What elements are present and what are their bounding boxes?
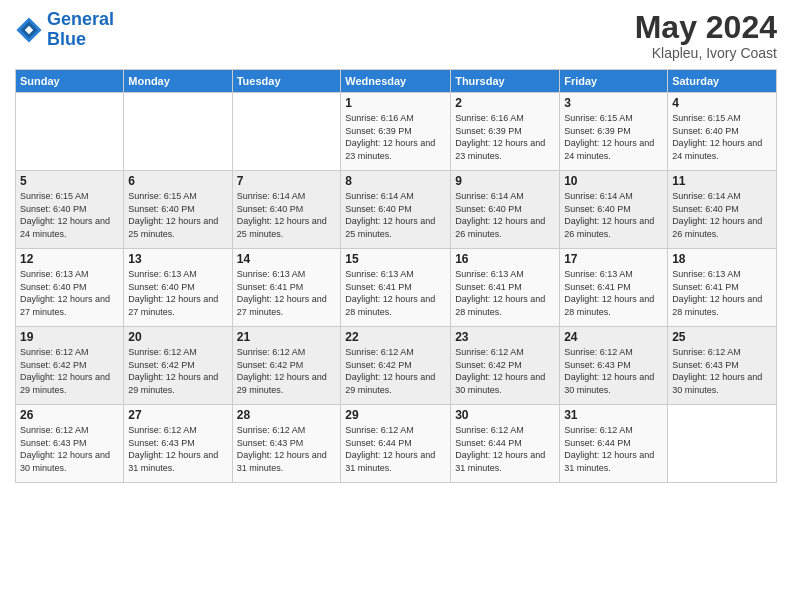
day-info: Sunrise: 6:15 AMSunset: 6:40 PMDaylight:… <box>128 190 227 240</box>
day-number: 15 <box>345 252 446 266</box>
day-cell: 13 Sunrise: 6:13 AMSunset: 6:40 PMDaylig… <box>124 249 232 327</box>
calendar-table: Sunday Monday Tuesday Wednesday Thursday… <box>15 69 777 483</box>
day-number: 23 <box>455 330 555 344</box>
day-number: 3 <box>564 96 663 110</box>
day-cell: 20 Sunrise: 6:12 AMSunset: 6:42 PMDaylig… <box>124 327 232 405</box>
day-number: 25 <box>672 330 772 344</box>
day-cell: 31 Sunrise: 6:12 AMSunset: 6:44 PMDaylig… <box>560 405 668 483</box>
day-cell: 9 Sunrise: 6:14 AMSunset: 6:40 PMDayligh… <box>451 171 560 249</box>
day-cell: 23 Sunrise: 6:12 AMSunset: 6:42 PMDaylig… <box>451 327 560 405</box>
day-cell: 15 Sunrise: 6:13 AMSunset: 6:41 PMDaylig… <box>341 249 451 327</box>
col-sunday: Sunday <box>16 70 124 93</box>
day-cell: 27 Sunrise: 6:12 AMSunset: 6:43 PMDaylig… <box>124 405 232 483</box>
day-cell: 19 Sunrise: 6:12 AMSunset: 6:42 PMDaylig… <box>16 327 124 405</box>
day-number: 5 <box>20 174 119 188</box>
day-number: 10 <box>564 174 663 188</box>
day-info: Sunrise: 6:12 AMSunset: 6:42 PMDaylight:… <box>20 346 119 396</box>
logo-line2: Blue <box>47 29 86 49</box>
day-number: 18 <box>672 252 772 266</box>
day-cell: 22 Sunrise: 6:12 AMSunset: 6:42 PMDaylig… <box>341 327 451 405</box>
day-info: Sunrise: 6:14 AMSunset: 6:40 PMDaylight:… <box>345 190 446 240</box>
day-cell: 30 Sunrise: 6:12 AMSunset: 6:44 PMDaylig… <box>451 405 560 483</box>
day-number: 17 <box>564 252 663 266</box>
logo-icon <box>15 16 43 44</box>
day-info: Sunrise: 6:15 AMSunset: 6:40 PMDaylight:… <box>20 190 119 240</box>
week-row-5: 26 Sunrise: 6:12 AMSunset: 6:43 PMDaylig… <box>16 405 777 483</box>
day-number: 30 <box>455 408 555 422</box>
subtitle: Klapleu, Ivory Coast <box>635 45 777 61</box>
day-info: Sunrise: 6:13 AMSunset: 6:41 PMDaylight:… <box>564 268 663 318</box>
day-cell: 1 Sunrise: 6:16 AMSunset: 6:39 PMDayligh… <box>341 93 451 171</box>
day-info: Sunrise: 6:16 AMSunset: 6:39 PMDaylight:… <box>345 112 446 162</box>
day-cell: 14 Sunrise: 6:13 AMSunset: 6:41 PMDaylig… <box>232 249 341 327</box>
day-cell: 8 Sunrise: 6:14 AMSunset: 6:40 PMDayligh… <box>341 171 451 249</box>
logo: General Blue <box>15 10 114 50</box>
day-cell: 24 Sunrise: 6:12 AMSunset: 6:43 PMDaylig… <box>560 327 668 405</box>
day-number: 9 <box>455 174 555 188</box>
day-number: 14 <box>237 252 337 266</box>
day-number: 28 <box>237 408 337 422</box>
day-cell: 29 Sunrise: 6:12 AMSunset: 6:44 PMDaylig… <box>341 405 451 483</box>
day-number: 22 <box>345 330 446 344</box>
day-number: 6 <box>128 174 227 188</box>
day-cell: 16 Sunrise: 6:13 AMSunset: 6:41 PMDaylig… <box>451 249 560 327</box>
col-monday: Monday <box>124 70 232 93</box>
day-cell: 18 Sunrise: 6:13 AMSunset: 6:41 PMDaylig… <box>668 249 777 327</box>
col-thursday: Thursday <box>451 70 560 93</box>
week-row-3: 12 Sunrise: 6:13 AMSunset: 6:40 PMDaylig… <box>16 249 777 327</box>
week-row-2: 5 Sunrise: 6:15 AMSunset: 6:40 PMDayligh… <box>16 171 777 249</box>
day-cell: 21 Sunrise: 6:12 AMSunset: 6:42 PMDaylig… <box>232 327 341 405</box>
day-cell <box>124 93 232 171</box>
day-cell: 6 Sunrise: 6:15 AMSunset: 6:40 PMDayligh… <box>124 171 232 249</box>
header-row: Sunday Monday Tuesday Wednesday Thursday… <box>16 70 777 93</box>
day-info: Sunrise: 6:12 AMSunset: 6:43 PMDaylight:… <box>564 346 663 396</box>
day-info: Sunrise: 6:13 AMSunset: 6:41 PMDaylight:… <box>345 268 446 318</box>
day-cell: 3 Sunrise: 6:15 AMSunset: 6:39 PMDayligh… <box>560 93 668 171</box>
day-number: 31 <box>564 408 663 422</box>
col-saturday: Saturday <box>668 70 777 93</box>
day-cell: 7 Sunrise: 6:14 AMSunset: 6:40 PMDayligh… <box>232 171 341 249</box>
week-row-1: 1 Sunrise: 6:16 AMSunset: 6:39 PMDayligh… <box>16 93 777 171</box>
day-number: 4 <box>672 96 772 110</box>
day-info: Sunrise: 6:12 AMSunset: 6:43 PMDaylight:… <box>237 424 337 474</box>
day-info: Sunrise: 6:13 AMSunset: 6:40 PMDaylight:… <box>20 268 119 318</box>
day-info: Sunrise: 6:14 AMSunset: 6:40 PMDaylight:… <box>672 190 772 240</box>
day-info: Sunrise: 6:12 AMSunset: 6:44 PMDaylight:… <box>564 424 663 474</box>
day-cell: 10 Sunrise: 6:14 AMSunset: 6:40 PMDaylig… <box>560 171 668 249</box>
day-cell: 25 Sunrise: 6:12 AMSunset: 6:43 PMDaylig… <box>668 327 777 405</box>
day-info: Sunrise: 6:14 AMSunset: 6:40 PMDaylight:… <box>564 190 663 240</box>
day-cell: 5 Sunrise: 6:15 AMSunset: 6:40 PMDayligh… <box>16 171 124 249</box>
day-cell: 26 Sunrise: 6:12 AMSunset: 6:43 PMDaylig… <box>16 405 124 483</box>
day-cell: 4 Sunrise: 6:15 AMSunset: 6:40 PMDayligh… <box>668 93 777 171</box>
calendar-body: 1 Sunrise: 6:16 AMSunset: 6:39 PMDayligh… <box>16 93 777 483</box>
col-tuesday: Tuesday <box>232 70 341 93</box>
day-cell: 2 Sunrise: 6:16 AMSunset: 6:39 PMDayligh… <box>451 93 560 171</box>
day-cell <box>668 405 777 483</box>
day-number: 24 <box>564 330 663 344</box>
day-number: 21 <box>237 330 337 344</box>
day-info: Sunrise: 6:12 AMSunset: 6:43 PMDaylight:… <box>128 424 227 474</box>
title-block: May 2024 Klapleu, Ivory Coast <box>635 10 777 61</box>
day-info: Sunrise: 6:14 AMSunset: 6:40 PMDaylight:… <box>455 190 555 240</box>
day-info: Sunrise: 6:15 AMSunset: 6:39 PMDaylight:… <box>564 112 663 162</box>
day-info: Sunrise: 6:13 AMSunset: 6:41 PMDaylight:… <box>237 268 337 318</box>
header: General Blue May 2024 Klapleu, Ivory Coa… <box>15 10 777 61</box>
col-friday: Friday <box>560 70 668 93</box>
day-number: 20 <box>128 330 227 344</box>
day-info: Sunrise: 6:12 AMSunset: 6:42 PMDaylight:… <box>455 346 555 396</box>
main-title: May 2024 <box>635 10 777 45</box>
day-number: 13 <box>128 252 227 266</box>
page: General Blue May 2024 Klapleu, Ivory Coa… <box>0 0 792 612</box>
day-info: Sunrise: 6:14 AMSunset: 6:40 PMDaylight:… <box>237 190 337 240</box>
day-number: 27 <box>128 408 227 422</box>
day-info: Sunrise: 6:12 AMSunset: 6:42 PMDaylight:… <box>237 346 337 396</box>
day-number: 19 <box>20 330 119 344</box>
day-number: 1 <box>345 96 446 110</box>
day-info: Sunrise: 6:13 AMSunset: 6:41 PMDaylight:… <box>455 268 555 318</box>
day-number: 26 <box>20 408 119 422</box>
day-cell: 11 Sunrise: 6:14 AMSunset: 6:40 PMDaylig… <box>668 171 777 249</box>
week-row-4: 19 Sunrise: 6:12 AMSunset: 6:42 PMDaylig… <box>16 327 777 405</box>
logo-line1: General <box>47 9 114 29</box>
logo-text: General Blue <box>47 10 114 50</box>
day-cell <box>232 93 341 171</box>
